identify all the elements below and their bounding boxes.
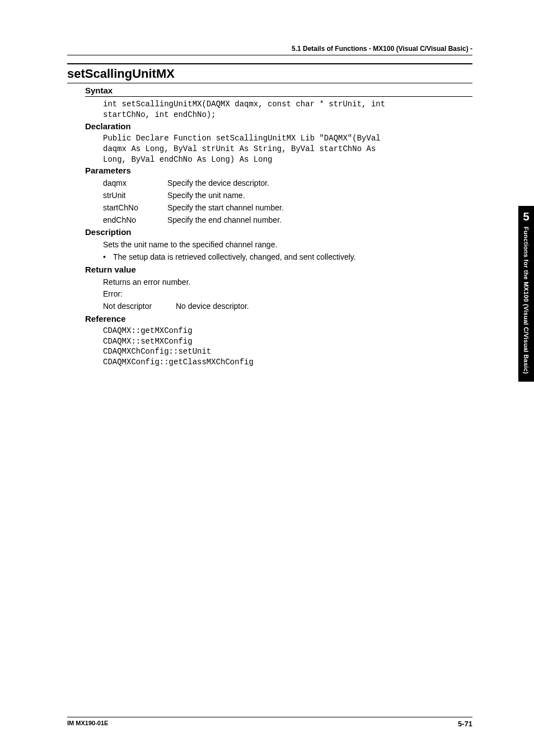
param-name: daqmx bbox=[103, 177, 167, 190]
description-bullet: • The setup data is retrieved collective… bbox=[103, 251, 472, 264]
param-row: endChNo Specify the end channel number. bbox=[103, 214, 472, 227]
breadcrumb-header: 5.1 Details of Functions - MX100 (Visual… bbox=[67, 45, 472, 55]
footer-doc-id: IM MX190-01E bbox=[67, 720, 108, 728]
syntax-code: int setScallingUnitMX(DAQMX daqmx, const… bbox=[103, 99, 472, 120]
param-desc: Specify the unit name. bbox=[167, 190, 472, 202]
chapter-title: Functions for the MX100 (Visual C/Visual… bbox=[523, 227, 530, 374]
description-heading: Description bbox=[85, 227, 472, 237]
param-row: strUnit Specify the unit name. bbox=[103, 190, 472, 202]
param-name: strUnit bbox=[103, 190, 167, 202]
reference-code: CDAQMX::getMXConfig CDAQMX::setMXConfig … bbox=[103, 326, 472, 368]
param-desc: Specify the start channel number. bbox=[167, 202, 472, 214]
function-title: setScallingUnitMX bbox=[67, 63, 472, 83]
param-name: startChNo bbox=[103, 202, 167, 214]
footer-page-number: 5-71 bbox=[458, 720, 472, 728]
bullet-text: The setup data is retrieved collectively… bbox=[113, 251, 356, 264]
parameters-heading: Parameters bbox=[85, 166, 472, 175]
reference-heading: Reference bbox=[85, 314, 472, 323]
chapter-number: 5 bbox=[518, 210, 534, 223]
param-desc: Specify the device descriptor. bbox=[167, 177, 472, 190]
syntax-heading: Syntax bbox=[85, 86, 472, 97]
param-row: startChNo Specify the start channel numb… bbox=[103, 202, 472, 214]
param-desc: Specify the end channel number. bbox=[167, 214, 472, 227]
param-row: daqmx Specify the device descriptor. bbox=[103, 177, 472, 190]
description-text: Sets the unit name to the specified chan… bbox=[103, 239, 472, 251]
chapter-side-tab: 5 Functions for the MX100 (Visual C/Visu… bbox=[518, 206, 534, 382]
param-name: endChNo bbox=[103, 214, 167, 227]
error-desc: No device descriptor. bbox=[176, 300, 472, 313]
bullet-icon: • bbox=[103, 251, 113, 264]
return-value-heading: Return value bbox=[85, 265, 472, 274]
error-row: Not descriptor No device descriptor. bbox=[103, 300, 472, 313]
declaration-code: Public Declare Function setScallingUnitM… bbox=[103, 133, 472, 165]
page-footer: IM MX190-01E 5-71 bbox=[67, 717, 472, 728]
return-value-error-label: Error: bbox=[103, 288, 472, 300]
error-name: Not descriptor bbox=[103, 300, 176, 313]
declaration-heading: Declaration bbox=[85, 121, 472, 131]
return-value-text: Returns an error number. bbox=[103, 276, 472, 289]
